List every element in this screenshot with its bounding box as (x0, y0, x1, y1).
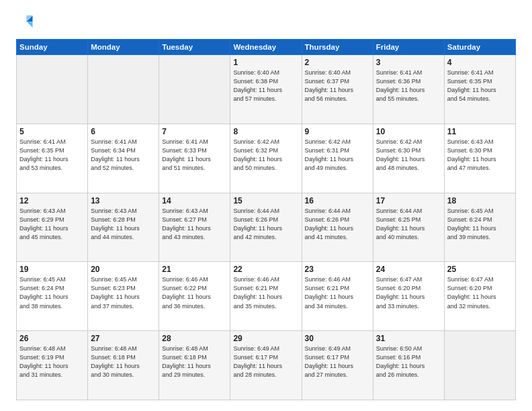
day-number: 31 (376, 334, 441, 343)
day-info: Sunrise: 6:43 AM Sunset: 6:29 PM Dayligh… (19, 207, 85, 242)
calendar-cell: 31Sunrise: 6:50 AM Sunset: 6:16 PM Dayli… (373, 331, 444, 400)
day-info: Sunrise: 6:46 AM Sunset: 6:21 PM Dayligh… (233, 275, 298, 310)
calendar-cell: 30Sunrise: 6:49 AM Sunset: 6:17 PM Dayli… (302, 331, 373, 400)
calendar-header-friday: Friday (373, 40, 444, 55)
calendar-cell: 4Sunrise: 6:41 AM Sunset: 6:35 PM Daylig… (444, 55, 515, 124)
calendar-cell: 1Sunrise: 6:40 AM Sunset: 6:38 PM Daylig… (230, 55, 302, 124)
calendar-header-saturday: Saturday (444, 40, 515, 55)
calendar-cell: 6Sunrise: 6:41 AM Sunset: 6:34 PM Daylig… (88, 124, 159, 193)
calendar-cell: 20Sunrise: 6:45 AM Sunset: 6:23 PM Dayli… (88, 262, 159, 331)
day-info: Sunrise: 6:44 AM Sunset: 6:26 PM Dayligh… (233, 207, 298, 242)
day-number: 23 (305, 265, 370, 274)
day-info: Sunrise: 6:47 AM Sunset: 6:20 PM Dayligh… (447, 275, 513, 310)
day-info: Sunrise: 6:43 AM Sunset: 6:28 PM Dayligh… (91, 207, 156, 242)
day-number: 18 (447, 196, 513, 205)
day-info: Sunrise: 6:43 AM Sunset: 6:27 PM Dayligh… (162, 207, 227, 242)
day-info: Sunrise: 6:40 AM Sunset: 6:38 PM Dayligh… (233, 68, 298, 103)
day-number: 26 (19, 334, 85, 343)
day-info: Sunrise: 6:47 AM Sunset: 6:20 PM Dayligh… (376, 275, 441, 310)
logo-icon (16, 13, 35, 32)
calendar-week-4: 19Sunrise: 6:45 AM Sunset: 6:24 PM Dayli… (17, 262, 516, 331)
calendar-cell: 23Sunrise: 6:46 AM Sunset: 6:21 PM Dayli… (302, 262, 373, 331)
day-info: Sunrise: 6:44 AM Sunset: 6:26 PM Dayligh… (305, 207, 370, 242)
calendar-cell (159, 55, 230, 124)
calendar-cell: 26Sunrise: 6:48 AM Sunset: 6:19 PM Dayli… (17, 331, 88, 400)
page: SundayMondayTuesdayWednesdayThursdayFrid… (0, 0, 532, 411)
day-info: Sunrise: 6:41 AM Sunset: 6:33 PM Dayligh… (162, 138, 227, 173)
calendar-cell: 14Sunrise: 6:43 AM Sunset: 6:27 PM Dayli… (159, 193, 230, 262)
day-number: 15 (233, 196, 298, 205)
calendar-week-2: 5Sunrise: 6:41 AM Sunset: 6:35 PM Daylig… (17, 124, 516, 193)
calendar-header-tuesday: Tuesday (159, 40, 230, 55)
day-number: 10 (376, 127, 441, 136)
calendar-week-5: 26Sunrise: 6:48 AM Sunset: 6:19 PM Dayli… (17, 331, 516, 400)
day-number: 29 (233, 334, 298, 343)
calendar-table: SundayMondayTuesdayWednesdayThursdayFrid… (16, 39, 516, 400)
day-number: 7 (162, 127, 227, 136)
day-number: 1 (233, 58, 298, 67)
day-number: 19 (19, 265, 85, 274)
calendar-header-thursday: Thursday (302, 40, 373, 55)
calendar-cell: 5Sunrise: 6:41 AM Sunset: 6:35 PM Daylig… (17, 124, 88, 193)
calendar-cell: 21Sunrise: 6:46 AM Sunset: 6:22 PM Dayli… (159, 262, 230, 331)
calendar-cell: 2Sunrise: 6:40 AM Sunset: 6:37 PM Daylig… (302, 55, 373, 124)
day-number: 11 (447, 127, 513, 136)
calendar-header-row: SundayMondayTuesdayWednesdayThursdayFrid… (17, 40, 516, 55)
day-number: 27 (91, 334, 156, 343)
day-info: Sunrise: 6:48 AM Sunset: 6:19 PM Dayligh… (19, 345, 85, 379)
day-info: Sunrise: 6:41 AM Sunset: 6:35 PM Dayligh… (447, 68, 513, 103)
calendar-cell: 17Sunrise: 6:44 AM Sunset: 6:25 PM Dayli… (373, 193, 444, 262)
calendar-header-monday: Monday (88, 40, 159, 55)
day-info: Sunrise: 6:48 AM Sunset: 6:18 PM Dayligh… (91, 345, 156, 379)
day-number: 21 (162, 265, 227, 274)
calendar-cell: 18Sunrise: 6:45 AM Sunset: 6:24 PM Dayli… (444, 193, 515, 262)
calendar-cell (444, 331, 515, 400)
day-number: 5 (19, 127, 85, 136)
day-info: Sunrise: 6:43 AM Sunset: 6:30 PM Dayligh… (447, 138, 513, 173)
calendar-cell: 15Sunrise: 6:44 AM Sunset: 6:26 PM Dayli… (230, 193, 302, 262)
day-number: 14 (162, 196, 227, 205)
day-info: Sunrise: 6:42 AM Sunset: 6:31 PM Dayligh… (305, 138, 370, 173)
day-number: 16 (305, 196, 370, 205)
calendar-cell: 16Sunrise: 6:44 AM Sunset: 6:26 PM Dayli… (302, 193, 373, 262)
day-info: Sunrise: 6:41 AM Sunset: 6:36 PM Dayligh… (376, 68, 441, 103)
calendar-cell: 3Sunrise: 6:41 AM Sunset: 6:36 PM Daylig… (373, 55, 444, 124)
day-info: Sunrise: 6:46 AM Sunset: 6:21 PM Dayligh… (305, 275, 370, 310)
day-number: 28 (162, 334, 227, 343)
header (16, 13, 516, 32)
calendar-week-3: 12Sunrise: 6:43 AM Sunset: 6:29 PM Dayli… (17, 193, 516, 262)
day-info: Sunrise: 6:44 AM Sunset: 6:25 PM Dayligh… (376, 207, 441, 242)
calendar-cell: 24Sunrise: 6:47 AM Sunset: 6:20 PM Dayli… (373, 262, 444, 331)
calendar-cell: 7Sunrise: 6:41 AM Sunset: 6:33 PM Daylig… (159, 124, 230, 193)
calendar-cell: 19Sunrise: 6:45 AM Sunset: 6:24 PM Dayli… (17, 262, 88, 331)
calendar-cell (88, 55, 159, 124)
day-number: 20 (91, 265, 156, 274)
day-number: 9 (305, 127, 370, 136)
day-info: Sunrise: 6:46 AM Sunset: 6:22 PM Dayligh… (162, 275, 227, 310)
day-info: Sunrise: 6:49 AM Sunset: 6:17 PM Dayligh… (233, 345, 298, 379)
day-number: 30 (305, 334, 370, 343)
day-number: 17 (376, 196, 441, 205)
calendar-week-1: 1Sunrise: 6:40 AM Sunset: 6:38 PM Daylig… (17, 55, 516, 124)
day-info: Sunrise: 6:45 AM Sunset: 6:23 PM Dayligh… (91, 275, 156, 310)
day-info: Sunrise: 6:42 AM Sunset: 6:32 PM Dayligh… (233, 138, 298, 173)
day-info: Sunrise: 6:41 AM Sunset: 6:34 PM Dayligh… (91, 138, 156, 173)
calendar-cell: 12Sunrise: 6:43 AM Sunset: 6:29 PM Dayli… (17, 193, 88, 262)
day-info: Sunrise: 6:45 AM Sunset: 6:24 PM Dayligh… (19, 275, 85, 310)
calendar-cell: 22Sunrise: 6:46 AM Sunset: 6:21 PM Dayli… (230, 262, 302, 331)
calendar-header-wednesday: Wednesday (230, 40, 302, 55)
day-number: 3 (376, 58, 441, 67)
day-info: Sunrise: 6:42 AM Sunset: 6:30 PM Dayligh… (376, 138, 441, 173)
day-info: Sunrise: 6:41 AM Sunset: 6:35 PM Dayligh… (19, 138, 85, 173)
calendar-cell: 29Sunrise: 6:49 AM Sunset: 6:17 PM Dayli… (230, 331, 302, 400)
logo (16, 13, 38, 32)
calendar-header-sunday: Sunday (17, 40, 88, 55)
day-number: 22 (233, 265, 298, 274)
day-number: 8 (233, 127, 298, 136)
day-number: 13 (91, 196, 156, 205)
calendar-cell: 25Sunrise: 6:47 AM Sunset: 6:20 PM Dayli… (444, 262, 515, 331)
day-number: 4 (447, 58, 513, 67)
day-info: Sunrise: 6:49 AM Sunset: 6:17 PM Dayligh… (305, 345, 370, 379)
day-number: 24 (376, 265, 441, 274)
day-info: Sunrise: 6:40 AM Sunset: 6:37 PM Dayligh… (305, 68, 370, 103)
